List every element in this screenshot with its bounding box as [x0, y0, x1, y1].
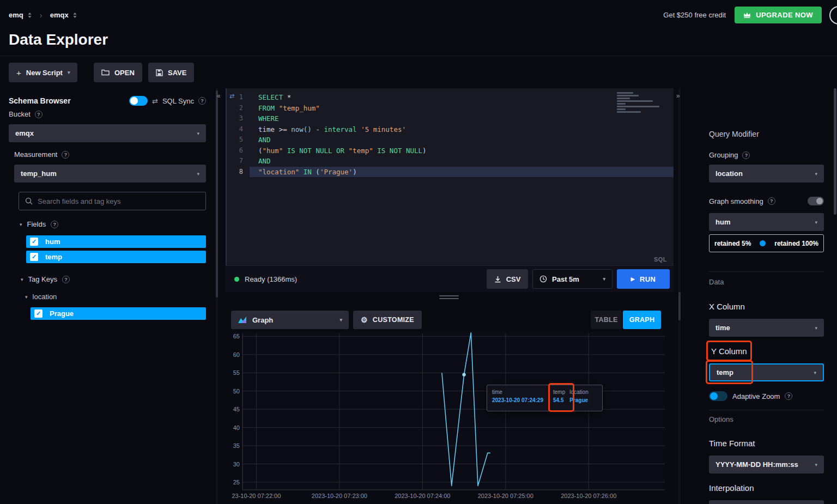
help-icon[interactable]: ? [51, 221, 58, 228]
sql-sync-toggle[interactable] [129, 96, 148, 106]
divider [709, 410, 824, 410]
chevron-down-icon: ▾ [197, 131, 199, 136]
code-line[interactable]: WHERE [258, 113, 674, 124]
customize-button[interactable]: ⚙ CUSTOMIZE [353, 311, 422, 329]
collapse-left-pane-icon[interactable]: « [217, 92, 221, 100]
upgrade-now-button[interactable]: UPGRADE NOW [735, 7, 822, 23]
help-icon[interactable]: ? [62, 276, 70, 283]
checkbox-checked-icon[interactable]: ✓ [34, 309, 43, 318]
graph-smoothing-toggle[interactable] [808, 197, 824, 205]
query-modifier-title: Query Modifier [709, 130, 759, 138]
editor-minimap[interactable] [617, 92, 669, 114]
avatar[interactable] [829, 6, 837, 25]
view-type-select[interactable]: Graph ▾ [231, 311, 349, 329]
new-script-button[interactable]: + New Script ▾ [9, 63, 77, 82]
checkbox-checked-icon[interactable]: ✓ [30, 253, 38, 261]
sort-chevrons-icon [27, 12, 32, 19]
svg-text:65: 65 [233, 333, 240, 339]
middle-pane-scrollbar-thumb[interactable] [678, 292, 681, 320]
bucket-select[interactable]: emqx ▾ [9, 124, 206, 142]
code-line[interactable]: SELECT * [258, 92, 674, 103]
tag-value-prague[interactable]: ✓ Prague [31, 307, 206, 320]
csv-download-button[interactable]: CSV [487, 269, 528, 289]
adaptive-zoom-label: Adaptive Zoom [732, 392, 780, 400]
graph-smoothing-label: Graph smoothing [709, 197, 763, 205]
code-line[interactable]: ("hum" IS NOT NULL OR "temp" IS NOT NULL… [258, 145, 674, 156]
open-button[interactable]: OPEN [94, 63, 142, 82]
help-icon[interactable]: ? [785, 392, 792, 400]
retained-max-label: retained 100% [774, 240, 818, 247]
code-line[interactable]: time >= now() - interval '5 minutes' [258, 124, 674, 135]
checkbox-checked-icon[interactable]: ✓ [30, 238, 38, 246]
help-icon[interactable]: ? [198, 97, 206, 105]
x-column-select[interactable]: time ▾ [709, 319, 824, 337]
svg-text:40: 40 [233, 424, 240, 431]
code-line[interactable]: FROM "temp_hum" [258, 103, 674, 114]
smoothing-column-select[interactable]: hum ▾ [709, 213, 824, 231]
chevron-down-icon: ▾ [20, 222, 22, 227]
tab-graph[interactable]: GRAPH [623, 311, 661, 329]
help-icon[interactable]: ? [768, 197, 775, 205]
sort-chevrons-icon [72, 12, 77, 19]
interpolation-select[interactable] [709, 500, 824, 504]
workspace-selector[interactable]: emqx [50, 11, 77, 19]
tooltip-time-column: time 2023-10-20 07:24:29 [492, 389, 549, 407]
pane-splitter-handle[interactable] [439, 295, 459, 301]
sql-sync-control: ⇄ SQL Sync ? [129, 96, 206, 106]
tooltip-temp-column: temp 54.5 [553, 389, 565, 407]
svg-text:30: 30 [233, 461, 240, 467]
schema-search [19, 192, 206, 210]
left-pane-scrollbar-thumb[interactable] [216, 90, 218, 297]
line-number: 6 [227, 145, 250, 156]
field-item-temp[interactable]: ✓ temp [26, 251, 206, 263]
help-icon[interactable]: ? [62, 151, 69, 159]
time-range-select[interactable]: Past 5m ▾ [532, 269, 612, 289]
tag-keys-section-header[interactable]: ▾ Tag Keys ? [21, 275, 70, 283]
field-item-hum[interactable]: ✓ hum [26, 235, 206, 248]
tab-graph-label: GRAPH [629, 316, 655, 324]
sync-arrows-icon: ⇄ [152, 97, 158, 105]
save-button[interactable]: SAVE [148, 63, 194, 82]
tag-key-location[interactable]: ▾ location [25, 293, 57, 301]
topbar: emq › emqx Get $250 free credit UPGRADE … [0, 0, 837, 30]
language-badge: SQL [654, 256, 667, 263]
code-line[interactable]: AND [258, 156, 674, 167]
svg-text:2023-10-20 07:26:00: 2023-10-20 07:26:00 [561, 493, 616, 499]
collapse-right-pane-icon[interactable]: » [676, 92, 680, 100]
code-line[interactable]: "location" IN ('Prague') [250, 167, 674, 178]
code-line[interactable]: AND [258, 135, 674, 145]
retained-slider-knob[interactable] [760, 240, 766, 246]
free-credit-link[interactable]: Get $250 free credit [663, 11, 726, 19]
help-icon[interactable]: ? [35, 111, 43, 118]
time-format-label: Time Format [709, 439, 755, 448]
grouping-label: Grouping [709, 151, 738, 159]
org-selector[interactable]: emq [9, 11, 32, 19]
csv-label: CSV [506, 275, 521, 283]
editor-code[interactable]: SELECT *FROM "temp_hum"WHEREtime >= now(… [250, 88, 674, 265]
data-section-label: Data [709, 278, 724, 286]
chevron-down-icon: ▾ [197, 171, 199, 177]
tooltip-location-value: Prague [569, 397, 588, 403]
tab-table[interactable]: TABLE [591, 311, 622, 329]
line-number: 5 [227, 135, 250, 145]
breadcrumb-separator: › [40, 10, 43, 20]
fields-section-header[interactable]: ▾ Fields ? [20, 220, 58, 228]
run-button[interactable]: ▶ RUN [617, 269, 670, 289]
search-input[interactable] [38, 197, 199, 205]
right-pane-scrollbar-thumb[interactable] [834, 88, 836, 215]
chart-tooltip: time 2023-10-20 07:24:29 temp 54.5 locat… [487, 385, 603, 411]
y-column-label: Y Column [711, 347, 747, 356]
y-column-select[interactable]: temp ▾ [709, 363, 824, 381]
measurement-select[interactable]: temp_hum ▾ [14, 165, 206, 183]
chevron-down-icon: ▾ [25, 294, 28, 300]
grouping-select[interactable]: location ▾ [709, 165, 824, 183]
measurement-label: Measurement [14, 150, 57, 159]
result-chart[interactable]: 25303540455055606523-10-20 07:22:002023-… [231, 332, 668, 502]
svg-text:2023-10-20 07:24:00: 2023-10-20 07:24:00 [395, 493, 450, 499]
adaptive-zoom-toggle[interactable] [709, 391, 727, 401]
tooltip-temp-label: temp [553, 389, 565, 395]
time-format-select[interactable]: YYYY-MM-DD HH:mm:ss ▾ [709, 456, 824, 473]
sql-editor[interactable]: ⇄ 12345678 SELECT *FROM "temp_hum"WHEREt… [226, 88, 674, 265]
help-icon[interactable]: ? [742, 151, 750, 159]
retained-slider[interactable]: retained 5% retained 100% [709, 234, 824, 252]
